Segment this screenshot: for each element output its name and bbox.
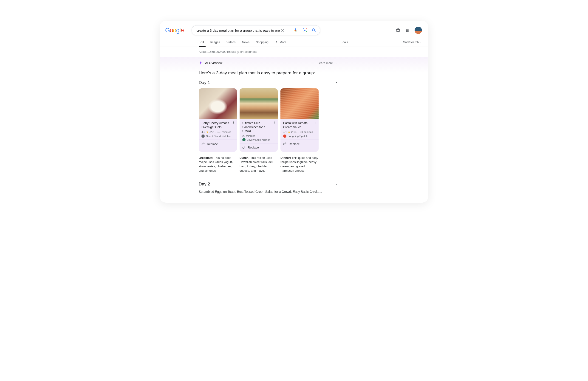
- card-menu-icon[interactable]: [232, 121, 235, 124]
- ai-overview-badge: AI Overview: [205, 61, 222, 65]
- ai-menu-icon[interactable]: [335, 61, 339, 65]
- recipe-title: Berry Cherry Almond Overnight Oats: [201, 121, 234, 129]
- recipe-meta: 23 minutes: [242, 133, 275, 137]
- recipe-meta: 4.1★(104)·30 minutes: [283, 129, 316, 134]
- source-favicon: [201, 135, 205, 138]
- lunch-description: Lunch: This recipe uses Hawaiian sweet r…: [240, 156, 278, 173]
- day1-cards: Berry Cherry Almond Overnight Oats 4.9★(…: [199, 87, 339, 154]
- recipe-card-breakfast[interactable]: Berry Cherry Almond Overnight Oats 4.9★(…: [199, 88, 237, 152]
- recipe-source: Street Smart Nutrition: [201, 134, 234, 138]
- voice-search-icon[interactable]: [293, 28, 298, 33]
- replace-icon: [242, 146, 246, 149]
- replace-button[interactable]: Replace: [280, 140, 318, 148]
- tab-all[interactable]: All: [199, 38, 206, 47]
- tab-more[interactable]: More: [273, 38, 288, 47]
- browser-window: Google: [160, 21, 428, 203]
- replace-icon: [283, 142, 287, 146]
- recipe-source: Laughing Spatula: [283, 134, 316, 138]
- apps-grid-icon[interactable]: [405, 28, 410, 33]
- meal-descriptions: Breakfast: This no-cook recipe uses Gree…: [199, 154, 339, 178]
- recipe-image: [240, 88, 278, 119]
- recipe-title: Pasta with Tomato Cream Sauce: [283, 121, 316, 129]
- ai-intro-text: Here's a 3-day meal plan that is easy to…: [199, 67, 339, 78]
- replace-button[interactable]: Replace: [199, 140, 237, 148]
- google-logo[interactable]: Google: [165, 27, 184, 34]
- lens-search-icon[interactable]: [302, 28, 308, 33]
- tab-videos[interactable]: Videos: [225, 38, 237, 47]
- settings-icon[interactable]: [395, 28, 401, 33]
- search-icon[interactable]: [311, 28, 317, 33]
- card-menu-icon[interactable]: [273, 121, 276, 124]
- source-favicon: [242, 138, 246, 141]
- chevron-down-icon: [334, 182, 339, 186]
- card-menu-icon[interactable]: [314, 121, 317, 124]
- safesearch-dropdown[interactable]: SafeSearch: [403, 40, 422, 44]
- recipe-image: [199, 88, 237, 119]
- svg-point-0: [304, 30, 305, 31]
- sparkle-icon: [199, 61, 203, 65]
- avatar[interactable]: [415, 27, 422, 34]
- chevron-up-icon: [334, 80, 339, 85]
- recipe-card-lunch[interactable]: Ultimate Club Sandwiches for a Crowd 23 …: [240, 88, 278, 152]
- ai-overview-header: AI Overview Learn more: [199, 57, 339, 67]
- replace-button[interactable]: Replace: [240, 143, 278, 152]
- ai-overview-section: AI Overview Learn more Here's a 3-day me…: [160, 57, 428, 203]
- breakfast-description: Breakfast: This no-cook recipe uses Gree…: [199, 156, 237, 173]
- results-stats: About 1,650,000,000 results (1.54 second…: [160, 47, 428, 57]
- day1-header[interactable]: Day 1: [199, 78, 339, 87]
- search-bar[interactable]: [191, 25, 320, 35]
- search-input[interactable]: [196, 28, 280, 32]
- tab-shopping[interactable]: Shopping: [254, 38, 270, 47]
- recipe-card-dinner[interactable]: Pasta with Tomato Cream Sauce 4.1★(104)·…: [280, 88, 318, 152]
- day2-header[interactable]: Day 2: [199, 179, 339, 189]
- learn-more-link[interactable]: Learn more: [318, 61, 333, 65]
- header: Google: [160, 21, 428, 38]
- recipe-source: Lovely Little Kitchen: [242, 137, 275, 141]
- recipe-image: [280, 88, 318, 119]
- day2-summary: Scrambled Eggs on Toast, Best Tossed Gre…: [199, 189, 339, 198]
- day1-title: Day 1: [199, 80, 210, 85]
- tab-news[interactable]: News: [240, 38, 252, 47]
- tools-button[interactable]: Tools: [339, 38, 350, 47]
- tab-images[interactable]: Images: [208, 38, 222, 47]
- replace-icon: [201, 142, 205, 146]
- recipe-meta: 4.9★(22)·245 minutes: [201, 129, 234, 134]
- day2-title: Day 2: [199, 181, 210, 187]
- recipe-title: Ultimate Club Sandwiches for a Crowd: [242, 121, 275, 133]
- source-favicon: [283, 135, 286, 138]
- clear-icon[interactable]: [280, 28, 285, 33]
- dinner-description: Dinner: This quick and easy recipe uses …: [280, 156, 318, 173]
- tabs-row: All Images Videos News Shopping More Too…: [160, 38, 428, 47]
